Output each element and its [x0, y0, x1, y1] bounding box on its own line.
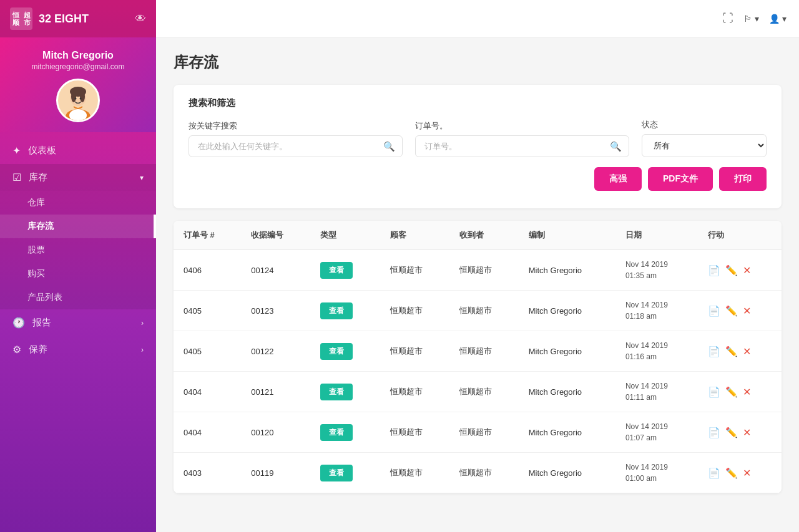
user-name: Mitch Gregorio: [10, 50, 146, 61]
cell-editor: Mitch Gregorio: [519, 412, 615, 453]
edit-icon[interactable]: ✏️: [725, 264, 738, 276]
cell-editor: Mitch Gregorio: [519, 291, 615, 331]
sidebar-item-product-list[interactable]: 产品列表: [0, 286, 156, 309]
purchase-label: 购买: [27, 268, 45, 279]
svg-point-7: [80, 98, 82, 100]
flag-dropdown[interactable]: 🏳 ▾: [743, 14, 759, 24]
dashboard-icon: ✦: [12, 145, 21, 157]
view-button[interactable]: 查看: [320, 262, 353, 279]
delete-icon[interactable]: ✕: [743, 467, 751, 479]
keyword-group: 按关键字搜索 🔍: [189, 120, 403, 157]
sidebar-item-reports[interactable]: 🕐 报告 ›: [0, 309, 156, 336]
sidebar-item-inventory[interactable]: ☑ 库存 ▾: [0, 164, 156, 191]
col-receipt: 收据编号: [241, 221, 310, 250]
product-list-label: 产品列表: [27, 292, 62, 303]
view-button[interactable]: 查看: [320, 384, 353, 400]
delete-icon[interactable]: ✕: [743, 427, 751, 438]
fullscreen-icon[interactable]: ⛶: [722, 12, 733, 25]
user-dropdown[interactable]: 👤 ▾: [769, 14, 787, 24]
inventory-flow-label: 库存流: [27, 221, 54, 232]
avatar-wrap: [10, 79, 146, 122]
cell-order-no: 0405: [174, 291, 241, 331]
keyword-label: 按关键字搜索: [189, 120, 403, 132]
cell-order-no: 0403: [174, 453, 241, 493]
status-select[interactable]: 所有 活跃 不活跃: [642, 134, 767, 157]
order-group: 订单号。 🔍: [415, 120, 629, 157]
delete-icon[interactable]: ✕: [743, 386, 751, 398]
cell-order-no: 0404: [174, 412, 241, 453]
cell-receipt: 00120: [241, 412, 310, 453]
table-row: 0404 00121 查看 恒顺超市 恒顺超市 Mitch Gregorio N…: [174, 372, 782, 412]
col-editor: 编制: [519, 221, 615, 250]
cell-order-no: 0404: [174, 372, 241, 412]
delete-icon[interactable]: ✕: [743, 346, 751, 357]
cell-customer: 恒顺超市: [380, 372, 449, 412]
delete-icon[interactable]: ✕: [743, 264, 751, 276]
table-row: 0405 00122 查看 恒顺超市 恒顺超市 Mitch Gregorio N…: [174, 331, 782, 372]
delete-icon[interactable]: ✕: [743, 305, 751, 317]
print-button[interactable]: 打印: [719, 167, 767, 191]
sidebar-item-inventory-flow[interactable]: 库存流: [0, 215, 156, 238]
excel-button[interactable]: 高强: [594, 167, 642, 191]
chevron-right-icon2: ›: [141, 346, 144, 354]
sidebar-item-purchase[interactable]: 购买: [0, 262, 156, 286]
page-content: 库存流 搜索和筛选 按关键字搜索 🔍 订单号。 🔍: [156, 37, 799, 532]
sidebar-item-warehouse[interactable]: 仓库: [0, 191, 156, 215]
pdf-button[interactable]: PDF文件: [648, 167, 713, 191]
order-input-wrap: 🔍: [415, 135, 629, 157]
sidebar-item-stocks[interactable]: 股票: [0, 238, 156, 262]
cell-date: Nov 14 201901:07 am: [615, 412, 698, 453]
cell-type: 查看: [310, 412, 380, 453]
avatar: [56, 79, 100, 122]
document-icon[interactable]: 📄: [708, 427, 720, 438]
svg-point-4: [71, 91, 76, 102]
table-header-row: 订单号 # 收据编号 类型 顾客 收到者 编制 日期 行动: [174, 221, 782, 250]
sidebar-header: 恒顺 超市 32 EIGHT 👁: [0, 0, 156, 37]
cell-editor: Mitch Gregorio: [519, 331, 615, 372]
cell-actions: 📄 ✏️ ✕: [698, 331, 782, 372]
sidebar-item-maintenance[interactable]: ⚙ 保养 ›: [0, 336, 156, 363]
inventory-icon: ☑: [12, 172, 21, 183]
sidebar-profile: Mitch Gregorio mitchiegregorio@gmail.com: [0, 37, 156, 132]
order-label: 订单号。: [415, 120, 629, 132]
view-button[interactable]: 查看: [320, 424, 353, 441]
cell-date: Nov 14 201901:00 am: [615, 453, 698, 493]
cell-customer: 恒顺超市: [380, 412, 449, 453]
edit-icon[interactable]: ✏️: [725, 467, 738, 479]
order-input[interactable]: [415, 135, 629, 157]
table-card: 订单号 # 收据编号 类型 顾客 收到者 编制 日期 行动 0406 00124…: [174, 221, 782, 493]
user-chevron: ▾: [782, 14, 787, 24]
chevron-right-icon: ›: [141, 319, 144, 327]
edit-icon[interactable]: ✏️: [725, 305, 738, 317]
col-customer: 顾客: [380, 221, 449, 250]
maintenance-icon: ⚙: [12, 344, 21, 355]
col-order-no: 订单号 #: [174, 221, 241, 250]
cell-type: 查看: [310, 372, 380, 412]
reports-icon: 🕐: [12, 317, 25, 329]
document-icon[interactable]: 📄: [708, 305, 720, 317]
view-button[interactable]: 查看: [320, 302, 353, 319]
view-button[interactable]: 查看: [320, 343, 353, 360]
cell-receiver: 恒顺超市: [449, 291, 519, 331]
cell-receipt: 00119: [241, 453, 310, 493]
cell-order-no: 0406: [174, 250, 241, 291]
cell-receiver: 恒顺超市: [449, 412, 519, 453]
sidebar-item-dashboard[interactable]: ✦ 仪表板: [0, 137, 156, 164]
cell-date: Nov 14 201901:11 am: [615, 372, 698, 412]
eye-icon[interactable]: 👁: [135, 12, 146, 26]
cell-date: Nov 14 201901:18 am: [615, 291, 698, 331]
cell-receipt: 00121: [241, 372, 310, 412]
edit-icon[interactable]: ✏️: [725, 427, 738, 438]
cell-order-no: 0405: [174, 331, 241, 372]
cell-actions: 📄 ✏️ ✕: [698, 412, 782, 453]
view-button[interactable]: 查看: [320, 465, 353, 481]
keyword-input[interactable]: [189, 135, 403, 157]
edit-icon[interactable]: ✏️: [725, 386, 738, 398]
document-icon[interactable]: 📄: [708, 264, 720, 276]
document-icon[interactable]: 📄: [708, 386, 720, 398]
document-icon[interactable]: 📄: [708, 346, 720, 357]
document-icon[interactable]: 📄: [708, 467, 720, 479]
table-row: 0405 00123 查看 恒顺超市 恒顺超市 Mitch Gregorio N…: [174, 291, 782, 331]
user-icon: 👤: [769, 14, 780, 24]
edit-icon[interactable]: ✏️: [725, 346, 738, 357]
